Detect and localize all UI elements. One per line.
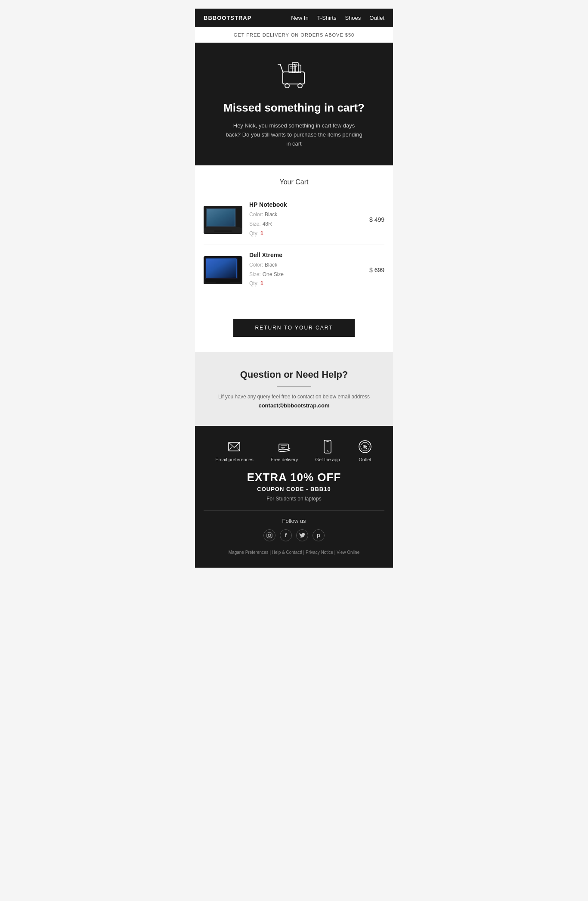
product-price-hp: $ 499 [359,216,384,223]
size-value-hp: 48R [263,221,272,227]
footer-link-magane[interactable]: Magane Preferences [229,550,269,555]
social-icons: f p [204,529,384,541]
svg-rect-17 [214,230,232,232]
svg-line-1 [280,64,283,72]
cta-wrapper: RETURN TO YOUR CART [195,308,393,352]
cart-section: Your Cart [195,165,393,308]
svg-rect-23 [216,281,230,283]
help-email[interactable]: contact@bbbootstrap.com [208,402,380,409]
instagram-icon[interactable] [263,529,275,541]
footer-icons: Email preferences Free del [204,439,384,462]
free-delivery-label: Free delivery [271,457,298,462]
size-value-dell: One Size [263,271,284,277]
email-preferences-icon [226,439,242,454]
navigation: BBBOOTSTRAP New In T-Shirts Shoes Outlet [195,9,393,27]
product-meta-dell: Color:Black Size:One Size Qty:1 [249,261,359,289]
help-divider [277,386,311,387]
qty-label-dell: Qty: [249,280,259,286]
product-name-hp: HP Notebook [249,201,359,208]
footer-link-view-online[interactable]: View Online [337,550,359,555]
product-meta-hp: Color:Black Size:48R Qty:1 [249,210,359,238]
help-section: Question or Need Help? Lif you have any … [195,352,393,426]
footer-divider [204,510,384,511]
get-app-icon [320,439,335,454]
footer-links: Magane Preferences | Help & Contact! | P… [204,550,384,555]
get-app-label: Get the app [315,457,340,462]
svg-rect-25 [279,444,288,449]
nav-link-tshirts[interactable]: T-Shirts [317,15,337,21]
svg-point-30 [327,450,328,452]
hero-section: Missed something in cart? Hey Nick, you … [195,43,393,165]
product-price-dell: $ 699 [359,267,384,273]
pinterest-icon[interactable]: p [313,529,325,541]
coupon-code: COUPON CODE - BBB10 [204,486,384,492]
outlet-icon: % [357,439,373,454]
svg-text:%: % [363,444,368,450]
footer-get-app[interactable]: Get the app [315,439,340,462]
svg-rect-0 [283,72,304,84]
svg-point-35 [268,534,271,537]
email-preferences-label: Email preferences [215,457,254,462]
footer: Email preferences Free del [195,426,393,568]
footer-email-preferences[interactable]: Email preferences [215,439,254,462]
facebook-icon[interactable]: f [280,529,292,541]
color-label-dell: Color: [249,262,263,268]
email-wrapper: BBBOOTSTRAP New In T-Shirts Shoes Outlet… [195,9,393,568]
footer-link-privacy[interactable]: Privacy Notice [306,550,333,555]
svg-rect-34 [267,533,272,538]
color-label-hp: Color: [249,211,263,217]
logo: BBBOOTSTRAP [204,15,251,21]
qty-value-dell: 1 [260,280,263,286]
cart-title: Your Cart [204,178,384,186]
color-value-hp: Black [265,211,277,217]
product-image-hp [204,206,242,234]
product-name-dell: Dell Xtreme [249,252,359,258]
cart-item-hp: HP Notebook Color:Black Size:48R Qty:1 $… [204,195,384,245]
promo-text: GET FREE DELIVERY ON ORDERS ABOVE $50 [234,32,354,37]
svg-rect-15 [207,209,235,226]
footer-link-help[interactable]: Help & Contact! [272,550,302,555]
footer-free-delivery[interactable]: Free delivery [271,439,298,462]
extra-off-text: EXTRA 10% OFF [204,471,384,484]
product-details-hp: HP Notebook Color:Black Size:48R Qty:1 [249,201,359,238]
footer-outlet[interactable]: % Outlet [357,439,373,462]
cart-icon [208,60,380,93]
product-image-dell [204,256,242,284]
outlet-label: Outlet [359,457,371,462]
for-students: For Students on laptops [204,496,384,502]
nav-link-shoes[interactable]: Shoes [345,15,361,21]
svg-rect-28 [324,440,331,453]
color-value-dell: Black [265,262,277,268]
hero-title: Missed something in cart? [208,101,380,115]
size-label-hp: Size: [249,221,261,227]
help-title: Question or Need Help? [208,369,380,380]
product-details-dell: Dell Xtreme Color:Black Size:One Size Qt… [249,252,359,289]
size-label-dell: Size: [249,271,261,277]
svg-rect-21 [206,259,236,278]
help-title-part2: Need Help? [296,369,348,380]
free-delivery-icon [277,439,292,454]
qty-label-hp: Qty: [249,230,259,236]
qty-value-hp: 1 [260,230,263,236]
nav-link-newin[interactable]: New In [291,15,308,21]
help-title-part1: Question or [240,369,296,380]
follow-us-label: Follow us [204,518,384,524]
svg-point-36 [271,534,271,534]
twitter-icon[interactable] [296,529,308,541]
return-to-cart-button[interactable]: RETURN TO YOUR CART [233,319,354,337]
cart-item-dell: Dell Xtreme Color:Black Size:One Size Qt… [204,245,384,295]
nav-links: New In T-Shirts Shoes Outlet [291,15,384,21]
promo-bar: GET FREE DELIVERY ON ORDERS ABOVE $50 [195,27,393,43]
help-description: Lif you have any query feel free to cont… [208,394,380,400]
nav-link-outlet[interactable]: Outlet [369,15,384,21]
hero-description: Hey Nick, you missed something in cart f… [225,121,363,148]
